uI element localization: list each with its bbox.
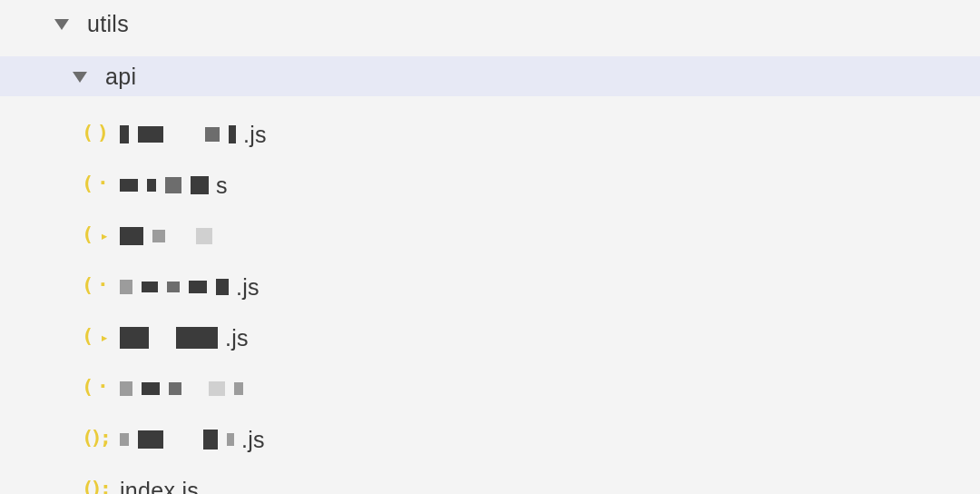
- js-file-icon: [82, 479, 109, 494]
- tree-file[interactable]: [0, 363, 980, 414]
- file-tree: utils api .js s: [0, 0, 980, 494]
- file-label: index.js: [120, 478, 199, 495]
- tree-file[interactable]: .js: [0, 109, 980, 160]
- redacted-filename: [120, 381, 243, 396]
- file-suffix: s: [216, 173, 228, 199]
- js-file-icon: [82, 173, 109, 197]
- js-file-icon: [82, 275, 109, 299]
- file-suffix: .js: [236, 274, 260, 301]
- tree-folder-api[interactable]: api: [0, 56, 980, 96]
- tree-folder-utils[interactable]: utils: [0, 4, 980, 44]
- redacted-filename: [120, 227, 212, 245]
- redacted-filename: [120, 430, 234, 450]
- folder-label: api: [105, 64, 136, 90]
- tree-file[interactable]: [0, 211, 980, 262]
- js-file-icon: [82, 326, 109, 350]
- js-file-icon: [82, 428, 109, 451]
- file-suffix: .js: [243, 122, 267, 148]
- js-file-icon: [82, 123, 109, 146]
- tree-file-index[interactable]: index.js: [0, 465, 980, 494]
- redacted-filename: [120, 125, 236, 143]
- redacted-filename: [120, 327, 218, 349]
- redacted-filename: [120, 176, 209, 194]
- js-file-icon: [82, 377, 109, 400]
- tree-file[interactable]: .js: [0, 312, 980, 363]
- js-file-icon: [82, 224, 109, 248]
- file-suffix: .js: [241, 427, 265, 453]
- file-suffix: .js: [225, 325, 249, 351]
- chevron-down-icon: [54, 19, 69, 30]
- tree-file[interactable]: .js: [0, 262, 980, 312]
- redacted-filename: [120, 279, 229, 295]
- tree-file[interactable]: s: [0, 160, 980, 211]
- chevron-down-icon: [73, 72, 87, 83]
- folder-label: utils: [87, 11, 129, 37]
- tree-file[interactable]: .js: [0, 414, 980, 465]
